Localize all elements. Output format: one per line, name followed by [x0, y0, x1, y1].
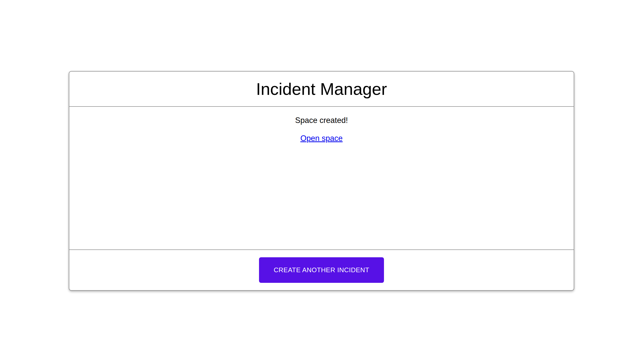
incident-manager-card: Incident Manager Space created! Open spa… — [69, 71, 574, 291]
card-content: Space created! Open space — [69, 107, 574, 249]
page-title: Incident Manager — [256, 80, 387, 97]
open-space-link[interactable]: Open space — [300, 134, 342, 142]
create-another-incident-button[interactable]: CREATE ANOTHER INCIDENT — [259, 257, 384, 283]
status-message: Space created! — [69, 116, 574, 124]
card-actions: CREATE ANOTHER INCIDENT — [69, 250, 574, 290]
card-header: Incident Manager — [69, 72, 574, 106]
